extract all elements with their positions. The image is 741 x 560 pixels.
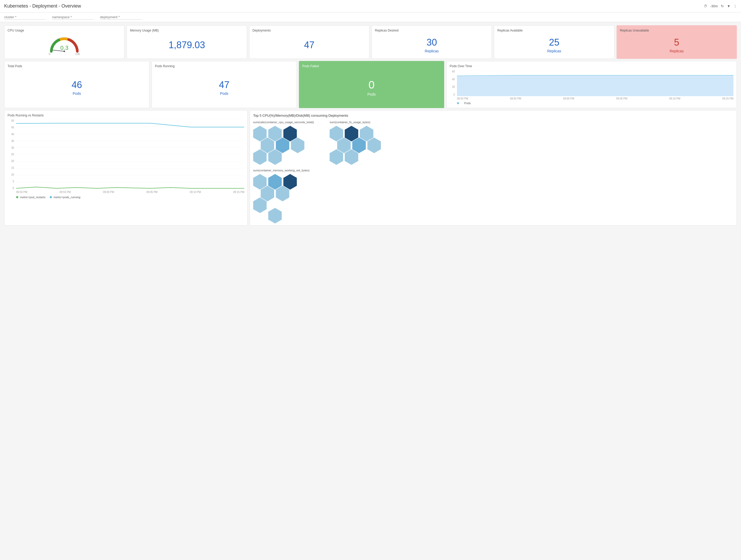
replicas-available-unit: Replicas [547, 49, 561, 53]
pod-restarts-dot [16, 196, 18, 198]
pods-restarts-y-axis: 50 45 40 35 30 25 20 15 10 5 0 [8, 119, 14, 190]
hex [283, 174, 297, 190]
namespace-input[interactable] [52, 15, 94, 20]
cpu-usage-title: CPU Usage [8, 28, 121, 32]
pods-time-x-axis: 08:50 PM 08:55 PM 09:00 PM 09:05 PM 09:1… [457, 97, 733, 100]
pods-restarts-legend: metric=pod_restarts metric=pods_running [16, 196, 244, 199]
pods-time-svg [457, 70, 733, 96]
pods-running-vs-restarts-title: Pods Running vs Restarts [8, 114, 244, 117]
time-range-label[interactable]: -30m [710, 4, 718, 8]
pods-running-legend-item: metric=pods_running [50, 196, 80, 199]
pods-restarts-chart-area: 08:50 PM 08:55 PM 09:00 PM 09:05 PM 09:1… [16, 119, 244, 199]
hex [253, 149, 267, 165]
pods-time-y-axis: 60 40 20 0 [450, 70, 455, 96]
replicas-available-value: 25 [549, 37, 559, 48]
total-pods-unit: Pods [73, 91, 81, 96]
cpu-hex-section: sum(rate(container_cpu_usage_seconds_tot… [253, 121, 314, 164]
pods-time-legend: Pods [457, 102, 733, 105]
hex [330, 149, 343, 165]
cpu-hex-grid [253, 126, 310, 164]
hex [268, 208, 282, 224]
hex [268, 174, 282, 190]
top5-card: Top 5 CPU(%)/Memory(MB)/Disk(MB) consumi… [250, 110, 737, 226]
pods-running-unit: Pods [220, 91, 228, 96]
filter-bar [0, 12, 741, 22]
pods-failed-value: 0 [368, 79, 375, 91]
pods-running-card: Pods Running 47 Pods [151, 61, 297, 108]
gauge-wrapper: 0.3 [49, 35, 80, 51]
deployments-card: Deployments 47 [249, 25, 369, 59]
memory-hex-section: sum(container_memory_working_set_bytes) [253, 169, 733, 222]
page-title: Kubernetes - Deployment - Overview [4, 3, 81, 9]
total-pods-card: Total Pods 46 Pods [4, 61, 149, 108]
gauge-container: 0.3 0 100 [8, 35, 121, 56]
hex [360, 126, 374, 141]
deployment-filter [100, 15, 142, 20]
replicas-available-card: Replicas Available 25 Replicas [494, 25, 614, 59]
top5-title: Top 5 CPU(%)/Memory(MB)/Disk(MB) consumi… [253, 114, 733, 118]
replicas-desired-card: Replicas Desired 30 Replicas [372, 25, 492, 59]
hex [268, 149, 282, 165]
header-controls: ⏱ -30m ↻ ▼ ⋮ [704, 4, 737, 8]
hex [352, 137, 366, 153]
cpu-gauge-value: 0.3 [60, 45, 68, 51]
total-pods-value: 46 [72, 79, 82, 90]
replicas-desired-unit: Replicas [425, 49, 439, 53]
hex [345, 149, 358, 165]
replicas-desired-value: 30 [426, 37, 437, 48]
cluster-input[interactable] [4, 15, 46, 20]
deployments-value: 47 [304, 40, 315, 51]
pods-legend-dot [457, 102, 459, 104]
pods-running-title: Pods Running [155, 64, 293, 68]
cluster-filter [4, 15, 46, 20]
hex [283, 126, 297, 141]
replicas-unavailable-title: Replicas Unavailable [620, 28, 733, 32]
hex [253, 126, 267, 141]
cpu-hex-label: sum(rate(container_cpu_usage_seconds_tot… [253, 121, 314, 124]
pods-running-vs-restarts-card: Pods Running vs Restarts 50 45 40 35 30 … [4, 110, 248, 226]
more-icon[interactable]: ⋮ [733, 4, 737, 8]
hex [345, 126, 358, 141]
hex [268, 126, 282, 141]
hex [276, 186, 289, 201]
memory-usage-card: Memory Usage (MB) 1,879.03 [127, 25, 247, 59]
deployment-input[interactable] [100, 15, 142, 20]
pods-restarts-chart: 50 45 40 35 30 25 20 15 10 5 0 [8, 119, 244, 199]
refresh-icon[interactable]: ↻ [721, 4, 724, 8]
pods-legend-label: Pods [464, 102, 471, 105]
fs-hex-grid [330, 126, 387, 164]
filter-icon[interactable]: ▼ [727, 4, 730, 8]
gauge-min: 0 [49, 52, 50, 56]
cpu-usage-card: CPU Usage [4, 25, 125, 59]
pods-restarts-svg [16, 119, 244, 190]
pod-restarts-legend-item: metric=pod_restarts [16, 196, 46, 199]
hex [367, 137, 381, 153]
hex [253, 197, 267, 213]
hex [291, 137, 305, 153]
replicas-unavailable-card: Replicas Unavailable 5 Replicas [616, 25, 737, 59]
app-header: Kubernetes - Deployment - Overview ⏱ -30… [0, 0, 741, 12]
replicas-unavailable-value: 5 [674, 37, 679, 48]
memory-usage-value: 1,879.03 [169, 40, 205, 51]
memory-hex-grid [253, 174, 310, 222]
namespace-filter [52, 15, 94, 20]
deployments-title: Deployments [253, 28, 366, 32]
hex [276, 137, 289, 153]
pods-failed-card: Pods Failed 0 Pods [299, 61, 444, 108]
memory-hex-label: sum(container_memory_working_set_bytes) [253, 169, 309, 172]
total-pods-title: Total Pods [8, 64, 146, 68]
hex [253, 174, 267, 190]
metrics-row-2: Total Pods 46 Pods Pods Running 47 Pods … [4, 61, 737, 108]
pod-restarts-label: metric=pod_restarts [20, 196, 46, 199]
pods-running-value: 47 [219, 79, 229, 90]
bottom-row: Pods Running vs Restarts 50 45 40 35 30 … [4, 110, 737, 226]
fs-hex-section: sum(container_fs_usage_bytes) [330, 121, 387, 164]
gauge-max: 100 [75, 52, 80, 56]
time-range-icon[interactable]: ⏱ [704, 4, 707, 8]
pods-running-label: metric=pods_running [54, 196, 80, 199]
hex [330, 126, 343, 141]
hex [337, 137, 351, 153]
gauge-labels: 0 100 [49, 52, 80, 56]
metrics-row-1: CPU Usage [4, 25, 737, 59]
hex [261, 186, 274, 201]
